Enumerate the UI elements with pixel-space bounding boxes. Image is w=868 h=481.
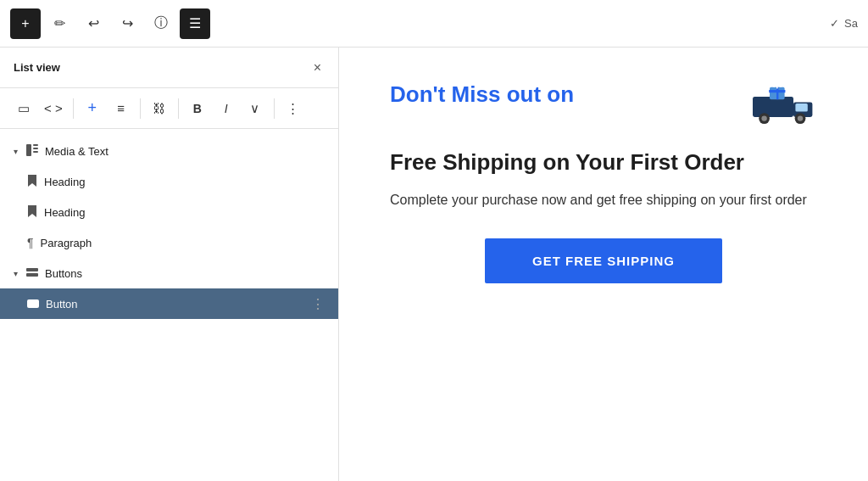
pen-icon: ✏ xyxy=(54,15,65,31)
content-area: Don't Miss out on xyxy=(339,48,868,481)
more-options-chevron[interactable]: ∨ xyxy=(242,95,269,122)
svg-rect-5 xyxy=(26,273,38,277)
save-checkmark: ✓ xyxy=(830,17,839,30)
svg-point-13 xyxy=(798,115,803,120)
block-add-button[interactable]: + xyxy=(79,95,106,122)
list-item-buttons[interactable]: ▾ Buttons xyxy=(0,258,338,288)
paragraph-label: Paragraph xyxy=(41,237,325,249)
svg-rect-9 xyxy=(795,103,807,112)
toolbar-right: ✓ Sa xyxy=(830,17,858,30)
item-more-icon[interactable]: ⋮ xyxy=(311,296,325,312)
buttons-label: Buttons xyxy=(45,267,325,280)
main-area: List view × ▭ < > + ≡ ⛓ B I ∨ ⋮ ▾ xyxy=(0,48,868,481)
heading1-label: Heading xyxy=(44,176,325,188)
list-item-button[interactable]: Button ⋮ xyxy=(0,288,338,319)
info-icon: ⓘ xyxy=(154,14,168,32)
toolbar-separator-1 xyxy=(73,98,74,119)
list-item-paragraph[interactable]: ¶ Paragraph xyxy=(0,227,338,258)
description-text: Complete your purchase now and get free … xyxy=(390,189,817,211)
bookmark-icon-1 xyxy=(27,175,37,189)
list-icon: ☰ xyxy=(189,15,201,31)
sidebar: List view × ▭ < > + ≡ ⛓ B I ∨ ⋮ ▾ xyxy=(0,48,339,481)
media-text-icon xyxy=(26,144,38,159)
list-item-heading1[interactable]: Heading xyxy=(0,166,338,197)
svg-rect-16 xyxy=(776,87,778,99)
content-inner: Don't Miss out on xyxy=(390,81,817,283)
redo-icon: ↪ xyxy=(122,15,133,31)
block-toolbar: ▭ < > + ≡ ⛓ B I ∨ ⋮ xyxy=(0,88,338,129)
list-view-button[interactable]: ☰ xyxy=(180,8,210,39)
button-icon xyxy=(27,297,39,310)
undo-button[interactable]: ↩ xyxy=(78,8,108,39)
block-align-button[interactable]: ▭ xyxy=(10,95,37,122)
svg-rect-6 xyxy=(27,299,39,308)
toolbar-separator-4 xyxy=(274,98,275,119)
italic-button[interactable]: I xyxy=(213,95,240,122)
list-view-title: List view xyxy=(14,61,60,74)
svg-rect-1 xyxy=(33,144,38,146)
toolbar-separator-2 xyxy=(140,98,141,119)
undo-icon: ↩ xyxy=(88,15,99,31)
block-align2-button[interactable]: ≡ xyxy=(108,95,135,122)
add-block-button[interactable]: + xyxy=(10,8,41,39)
svg-rect-0 xyxy=(26,144,31,156)
truck-icon xyxy=(749,81,817,132)
top-toolbar: + ✏ ↩ ↪ ⓘ ☰ ✓ Sa xyxy=(0,0,868,48)
heading2-label: Heading xyxy=(44,206,325,219)
svg-rect-7 xyxy=(753,97,793,117)
bookmark-icon-2 xyxy=(27,205,37,220)
block-link-button[interactable]: ⛓ xyxy=(146,95,173,122)
svg-rect-3 xyxy=(33,151,38,153)
cta-button[interactable]: GET FREE SHIPPING xyxy=(485,238,722,283)
redo-button[interactable]: ↪ xyxy=(112,8,142,39)
toolbar-left: + ✏ ↩ ↪ ⓘ ☰ xyxy=(10,8,210,39)
info-button[interactable]: ⓘ xyxy=(146,8,176,39)
sidebar-list: ▾ Media & Text He xyxy=(0,129,338,481)
svg-rect-2 xyxy=(33,148,38,149)
media-text-label: Media & Text xyxy=(45,145,325,158)
close-sidebar-button[interactable]: × xyxy=(310,57,325,79)
save-label: Sa xyxy=(844,17,858,30)
paragraph-icon: ¶ xyxy=(27,236,34,249)
promo-heading: Don't Miss out on xyxy=(390,81,749,108)
svg-rect-17 xyxy=(776,86,778,88)
list-item-media-text[interactable]: ▾ Media & Text xyxy=(0,136,338,166)
chevron-down-icon-2: ▾ xyxy=(14,269,18,278)
block-code-button[interactable]: < > xyxy=(39,95,68,122)
list-item-heading2[interactable]: Heading xyxy=(0,197,338,227)
button-label: Button xyxy=(46,298,304,310)
plus-icon: + xyxy=(21,16,29,31)
bold-button[interactable]: B xyxy=(184,95,211,122)
main-heading: Free Shipping on Your First Order xyxy=(390,149,817,176)
svg-rect-4 xyxy=(26,268,38,271)
svg-point-11 xyxy=(761,115,766,120)
toolbar-separator-3 xyxy=(178,98,179,119)
block-more-button[interactable]: ⋮ xyxy=(280,95,307,122)
chevron-down-icon: ▾ xyxy=(14,147,18,156)
edit-button[interactable]: ✏ xyxy=(44,8,75,39)
buttons-icon xyxy=(26,266,38,281)
sidebar-header: List view × xyxy=(0,48,338,88)
promo-header: Don't Miss out on xyxy=(390,81,817,132)
